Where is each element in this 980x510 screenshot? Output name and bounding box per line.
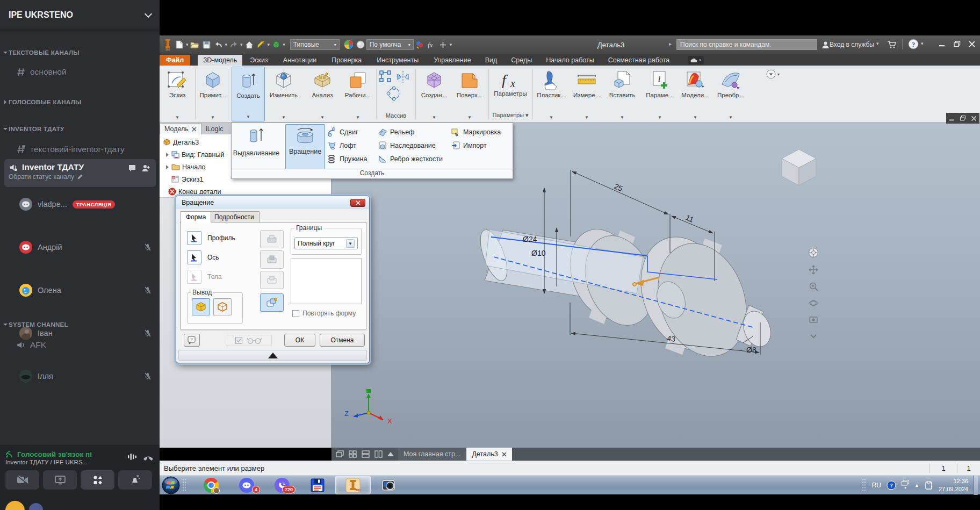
flyout-derive[interactable]: Наследование [378, 141, 436, 150]
preview-checkbox[interactable] [235, 337, 242, 344]
taskbar-save-app-button[interactable] [300, 476, 335, 494]
dialog-expander[interactable] [178, 350, 367, 361]
browser-tab-ilogic[interactable]: iLogic [201, 124, 228, 134]
operation-intersect-button[interactable] [260, 271, 284, 289]
chat-bubble-icon[interactable] [128, 164, 136, 173]
ok-button[interactable]: ОК [284, 334, 315, 347]
dialog-tab-shape[interactable]: Форма [181, 211, 211, 222]
dim-dia8[interactable]: Ø8 [746, 346, 756, 354]
tray-expand-icon[interactable]: ▲ [914, 483, 919, 488]
flyout-rib[interactable]: Ребро жесткости [378, 154, 443, 164]
tab-manage[interactable]: Управление [428, 55, 477, 66]
preview-toggle[interactable] [226, 335, 272, 346]
tile-horizontal-icon[interactable] [362, 450, 370, 458]
circular-pattern-icon[interactable] [386, 86, 401, 101]
output-surface-button[interactable] [213, 298, 232, 315]
match-shape-option[interactable]: Повторять форму [292, 310, 356, 317]
open-button[interactable] [189, 39, 201, 51]
operation-cut-button[interactable] [260, 250, 284, 269]
material-dropdown[interactable]: ▾ [282, 42, 286, 47]
part-flange[interactable] [626, 225, 761, 369]
invite-user-icon[interactable] [142, 164, 150, 173]
signin-dropdown[interactable]: ▾ [876, 41, 880, 46]
axis-select-button[interactable] [187, 250, 201, 264]
dialog-tab-details[interactable]: Подробности [209, 211, 260, 222]
voice-channel-inventor[interactable]: Inventor ТДАТУ Обрати статус каналу [4, 159, 156, 187]
ribbon-insert-button[interactable]: Вставить ▼ [606, 67, 639, 121]
channel-afk[interactable]: AFK [4, 336, 155, 354]
store-cart-icon[interactable] [886, 39, 898, 51]
tab-sketch[interactable]: Эскиз [244, 55, 273, 66]
color-wheel-icon[interactable] [343, 39, 355, 51]
ribbon-analysis-button[interactable]: Анализ ▼ [306, 67, 339, 121]
ribbon-create-button[interactable]: Создать ▼ [232, 67, 265, 121]
dialog-close-button[interactable] [350, 199, 365, 207]
cancel-button[interactable]: Отмена [320, 334, 365, 347]
cloud-menu-button[interactable]: ▾ [688, 56, 704, 64]
doc-restore-icon[interactable] [960, 116, 965, 121]
tab-tools[interactable]: Инструменты [371, 55, 424, 66]
ribbon-freeform-button[interactable]: Создан... ▼ [417, 67, 451, 121]
orbit-icon[interactable] [809, 298, 818, 308]
flyout-sweep[interactable]: Сдвиг [327, 127, 358, 137]
doc-close-icon[interactable] [971, 116, 976, 121]
ribbon-measure-button[interactable]: Измере... ▼ [570, 67, 603, 121]
section-voice-channels[interactable]: ГОЛОСОВЫЕ КАНАЛЫ [4, 99, 82, 105]
tab-environments[interactable]: Среды [506, 55, 537, 66]
tab-home-page[interactable]: Моя главная стр... [398, 448, 466, 461]
noise-suppression-button[interactable] [118, 470, 152, 490]
ribbon-workfeatures-button[interactable]: Рабочи... ▼ [341, 67, 374, 121]
tab-get-started[interactable]: Начало работы [541, 55, 599, 66]
dim-dia24[interactable]: Ø24 [523, 235, 537, 243]
close-button[interactable] [965, 38, 978, 50]
ribbon-collapse-button[interactable]: ▾ [766, 69, 789, 80]
screen-share-button[interactable] [43, 470, 77, 490]
camera-off-button[interactable] [5, 470, 39, 490]
ribbon-convert-button[interactable]: Преобр... ▼ [714, 67, 747, 121]
taskbar-bandicam-button[interactable] [371, 476, 406, 494]
qat-customize-dropdown[interactable]: ▾ [449, 42, 453, 47]
view-cube[interactable] [775, 142, 822, 189]
flyout-group-label[interactable]: Создать [232, 169, 513, 178]
output-solid-button[interactable] [192, 298, 210, 315]
cascade-windows-icon[interactable] [336, 450, 344, 458]
home-button[interactable] [243, 39, 255, 51]
dim-25[interactable]: 25 [613, 182, 624, 193]
dialog-titlebar[interactable]: Вращение [176, 196, 369, 209]
tab-list-icon[interactable] [387, 452, 394, 456]
appearance-sphere-icon[interactable] [355, 39, 366, 51]
add-command-icon[interactable] [437, 39, 449, 51]
voice-user-illia[interactable]: Ілля [0, 365, 160, 387]
section-text-channels[interactable]: ТЕКСТОВЫЕ КАНАЛЫ [4, 49, 80, 56]
tray-help-icon[interactable]: ? [887, 480, 896, 490]
flyout-revolve-button[interactable]: Вращение [285, 124, 325, 169]
help-search-input[interactable]: Поиск по справке и командам. [676, 39, 817, 50]
voice-user-olena[interactable]: Олена [0, 279, 160, 301]
solids-select-button[interactable] [187, 270, 201, 284]
flyout-import[interactable]: Импорт [451, 141, 487, 150]
pattern-group-label[interactable]: Массив [378, 112, 414, 119]
taskbar-inventor-button[interactable]: PRO [335, 476, 371, 494]
language-indicator[interactable]: RU [872, 482, 881, 489]
voice-activity-icon[interactable] [127, 452, 138, 462]
parameters-group-label[interactable]: Параметры ▾ [491, 112, 530, 119]
flyout-decal[interactable]: Маркировка [451, 127, 501, 137]
tab-3d-model[interactable]: 3D-модель [198, 55, 242, 66]
viewport[interactable]: 25 11 Ø24 Ø10 43 Ø8 X Z [160, 123, 980, 448]
signin-menu[interactable]: Вход в службы [830, 41, 874, 48]
material-style-combo[interactable]: Типовые▾ [290, 39, 340, 50]
flyout-emboss[interactable]: e Рельеф [378, 127, 414, 137]
close-icon[interactable] [192, 127, 197, 132]
restore-button[interactable] [950, 38, 963, 50]
pan-icon[interactable] [809, 265, 818, 275]
taskbar-viber-button[interactable]: 720 [264, 476, 300, 494]
flyout-loft[interactable]: Лофт [327, 141, 356, 150]
show-desktop-button[interactable] [974, 476, 978, 495]
browser-tab-model[interactable]: Модель [160, 123, 201, 134]
ribbon-plastic-button[interactable]: Пластик... ▼ [535, 67, 568, 121]
action-center-icon[interactable] [925, 481, 933, 490]
full-navigation-wheel-icon[interactable] [808, 247, 819, 258]
new-solid-button[interactable] [260, 293, 284, 312]
close-icon[interactable] [502, 452, 507, 457]
look-at-icon[interactable] [809, 315, 818, 325]
